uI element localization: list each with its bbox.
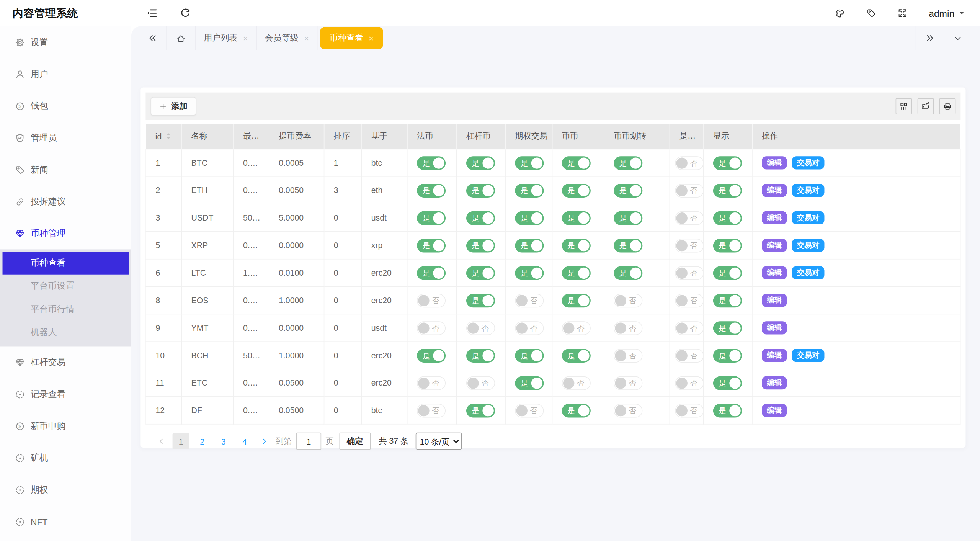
tab-coin-view[interactable]: 币种查看× (320, 27, 383, 49)
add-button[interactable]: 添加 (150, 97, 196, 116)
tab-close-icon[interactable]: × (369, 34, 374, 42)
tag-icon[interactable] (866, 8, 876, 18)
tab-close-icon[interactable]: × (304, 34, 309, 42)
toggle-fiat[interactable]: 是 (417, 266, 446, 280)
toggle-fiat[interactable]: 否 (417, 294, 446, 307)
toggle-leverage[interactable]: 是 (466, 183, 495, 197)
toggle-spot[interactable]: 是 (562, 156, 591, 170)
toggle-show[interactable]: 是 (713, 321, 742, 335)
edit-button[interactable]: 编辑 (762, 239, 787, 252)
tab-member-level[interactable]: 会员等级× (256, 26, 317, 50)
sidebar-subitem-robot[interactable]: 机器人 (0, 321, 131, 344)
toggle-transfer[interactable]: 是 (614, 239, 642, 252)
edit-button[interactable]: 编辑 (762, 266, 787, 279)
toggle-leverage[interactable]: 是 (466, 266, 495, 280)
columns-filter-button[interactable] (896, 98, 912, 114)
user-dropdown[interactable]: admin (929, 8, 965, 18)
sidebar-item-leverage-trade[interactable]: 杠杆交易 (0, 346, 131, 378)
toggle-spot[interactable]: 是 (562, 404, 591, 417)
toggle-transfer[interactable]: 是 (614, 266, 642, 280)
print-button[interactable] (939, 98, 956, 114)
toggle-spot[interactable]: 否 (562, 321, 591, 335)
toggle-transfer[interactable]: 否 (614, 348, 642, 362)
toggle-listed[interactable]: 否 (675, 294, 703, 307)
toggle-listed[interactable]: 否 (675, 348, 703, 362)
toggle-options[interactable]: 是 (515, 376, 544, 390)
toggle-options[interactable]: 否 (515, 404, 544, 417)
goto-page-input[interactable] (296, 433, 321, 450)
toggle-leverage[interactable]: 是 (466, 404, 495, 417)
toggle-show[interactable]: 是 (713, 156, 742, 170)
toggle-transfer[interactable]: 否 (614, 321, 642, 335)
sidebar-item-users[interactable]: 用户 (0, 58, 131, 90)
toggle-options[interactable]: 是 (515, 183, 544, 197)
refresh-icon[interactable] (180, 8, 191, 18)
pair-button[interactable]: 交易对 (792, 184, 825, 197)
sidebar-item-settings[interactable]: 设置 (0, 26, 131, 58)
tab-close-icon[interactable]: × (243, 34, 248, 42)
toggle-options[interactable]: 是 (515, 348, 544, 362)
sort-icon[interactable] (165, 132, 172, 141)
toggle-fiat[interactable]: 是 (417, 348, 446, 362)
toggle-listed[interactable]: 否 (675, 211, 703, 225)
sidebar-item-admins[interactable]: 管理员 (0, 122, 131, 154)
toggle-show[interactable]: 是 (713, 348, 742, 362)
fullscreen-icon[interactable] (898, 8, 908, 18)
edit-button[interactable]: 编辑 (762, 156, 787, 169)
page-size-select[interactable]: 10 条/页 (415, 433, 462, 450)
toggle-spot[interactable]: 是 (562, 266, 591, 280)
sidebar-item-options[interactable]: 期权 (0, 474, 131, 506)
page-number-1[interactable]: 1 (173, 433, 189, 449)
toggle-show[interactable]: 是 (713, 404, 742, 417)
next-page-button[interactable] (258, 433, 271, 449)
toggle-fiat[interactable]: 否 (417, 321, 446, 335)
tabs-scroll-right[interactable] (916, 26, 944, 50)
column-header[interactable]: id (146, 124, 181, 149)
page-number-4[interactable]: 4 (236, 433, 253, 449)
pair-button[interactable]: 交易对 (792, 266, 825, 279)
toggle-spot[interactable]: 是 (562, 211, 591, 225)
toggle-listed[interactable]: 否 (675, 239, 703, 252)
tabs-menu[interactable] (944, 26, 971, 50)
toggle-fiat[interactable]: 否 (417, 376, 446, 390)
toggle-listed[interactable]: 否 (675, 156, 703, 170)
sidebar-item-coin-manage[interactable]: 币种管理 (0, 217, 131, 249)
theme-palette-icon[interactable] (835, 8, 845, 18)
toggle-listed[interactable]: 否 (675, 183, 703, 197)
edit-button[interactable]: 编辑 (762, 321, 787, 334)
toggle-transfer[interactable]: 否 (614, 376, 642, 390)
toggle-listed[interactable]: 否 (675, 266, 703, 280)
page-number-3[interactable]: 3 (215, 433, 232, 449)
toggle-leverage[interactable]: 是 (466, 211, 495, 225)
prev-page-button[interactable] (154, 433, 168, 449)
menu-fold-icon[interactable] (146, 8, 157, 19)
edit-button[interactable]: 编辑 (762, 376, 787, 389)
toggle-leverage[interactable]: 是 (466, 294, 495, 307)
page-number-2[interactable]: 2 (194, 433, 211, 449)
sidebar-item-miner[interactable]: 矿机 (0, 442, 131, 474)
toggle-spot[interactable]: 否 (562, 376, 591, 390)
pair-button[interactable]: 交易对 (792, 349, 825, 362)
tab-home[interactable] (167, 26, 196, 50)
toggle-options[interactable]: 是 (515, 266, 544, 280)
toggle-spot[interactable]: 是 (562, 183, 591, 197)
toggle-leverage[interactable]: 否 (466, 376, 495, 390)
export-button[interactable] (918, 98, 934, 114)
toggle-leverage[interactable]: 是 (466, 348, 495, 362)
confirm-button[interactable]: 确定 (340, 433, 371, 450)
toggle-transfer[interactable]: 否 (614, 404, 642, 417)
toggle-show[interactable]: 是 (713, 266, 742, 280)
edit-button[interactable]: 编辑 (762, 184, 787, 197)
pair-button[interactable]: 交易对 (792, 211, 825, 224)
edit-button[interactable]: 编辑 (762, 211, 787, 224)
toggle-options[interactable]: 否 (515, 294, 544, 307)
toggle-show[interactable]: 是 (713, 183, 742, 197)
toggle-show[interactable]: 是 (713, 376, 742, 390)
toggle-options[interactable]: 否 (515, 321, 544, 335)
toggle-spot[interactable]: 是 (562, 348, 591, 362)
toggle-options[interactable]: 是 (515, 239, 544, 252)
toggle-transfer[interactable]: 是 (614, 211, 642, 225)
pair-button[interactable]: 交易对 (792, 239, 825, 252)
toggle-fiat[interactable]: 是 (417, 211, 446, 225)
toggle-fiat[interactable]: 是 (417, 239, 446, 252)
